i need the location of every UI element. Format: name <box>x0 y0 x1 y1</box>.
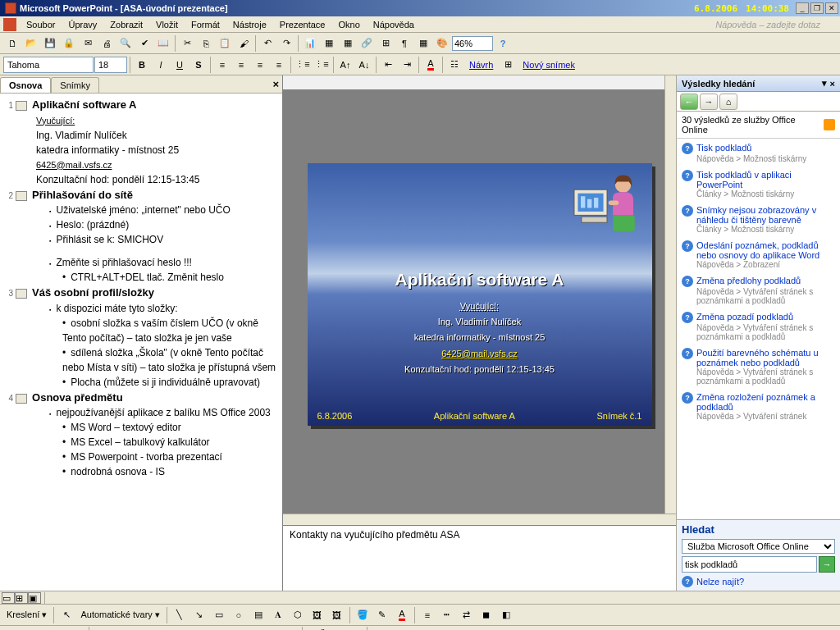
search-result-item[interactable]: ?Změna předlohy podkladůNápověda > Vytvá… <box>678 273 838 309</box>
outline-body-line[interactable]: Vyučující: <box>36 113 277 128</box>
increase-font-icon[interactable]: A↑ <box>336 56 354 74</box>
status-lang[interactable]: Čeština <box>303 627 367 631</box>
undo-icon[interactable]: ↶ <box>258 34 276 52</box>
copy-icon[interactable]: ⎘ <box>197 34 215 52</box>
new-slide-icon[interactable]: ⊞ <box>499 56 517 74</box>
grid-icon[interactable]: ▦ <box>414 34 432 52</box>
font-combo[interactable]: Tahoma <box>3 57 94 73</box>
clipart-icon[interactable]: 🖼 <box>308 606 326 624</box>
menu-upravy[interactable]: Úpravy <box>62 18 103 31</box>
help-icon[interactable]: ? <box>494 34 512 52</box>
vertical-scrollbar[interactable] <box>664 75 676 514</box>
spellcheck-icon[interactable]: ✔ <box>135 34 153 52</box>
zoom-combo[interactable]: 46% <box>452 36 493 51</box>
permission-icon[interactable]: 🔒 <box>60 34 78 52</box>
outline-slide-title[interactable]: 2 Přihlašování do sítě <box>5 187 277 203</box>
drawing-menu[interactable]: Kreslení ▾ <box>3 609 50 620</box>
close-pane-icon[interactable]: × <box>272 78 279 90</box>
search-scope-combo[interactable]: Služba Microsoft Office Online <box>682 539 835 554</box>
diagram-icon[interactable]: ⬡ <box>289 606 307 624</box>
outline-body-line[interactable]: Plocha (můžete si ji individuálně upravo… <box>62 375 277 390</box>
email-icon[interactable]: ✉ <box>79 34 97 52</box>
tables-borders-icon[interactable]: ▦ <box>339 34 357 52</box>
search-input[interactable] <box>682 556 817 573</box>
decrease-indent-icon[interactable]: ⇤ <box>379 56 397 74</box>
increase-indent-icon[interactable]: ⇥ <box>398 56 416 74</box>
restore-button[interactable]: ❐ <box>810 2 824 14</box>
design-link[interactable]: Návrh <box>464 60 498 70</box>
decrease-font-icon[interactable]: A↓ <box>355 56 373 74</box>
outline-body-line[interactable]: Změňte si přihlašovací heslo !!! <box>49 255 277 270</box>
search-results[interactable]: ?Tisk podkladůNápověda > Možnosti tiskár… <box>677 139 840 519</box>
align-center-icon[interactable]: ≡ <box>232 56 250 74</box>
print-icon[interactable]: 🖨 <box>98 34 116 52</box>
numbering-icon[interactable]: ⋮≡ <box>294 56 312 74</box>
outline-scroll-h[interactable] <box>44 592 838 604</box>
3d-style-icon[interactable]: ◧ <box>497 606 515 624</box>
font-color-icon[interactable]: A <box>422 56 440 74</box>
outline-slide-title[interactable]: 1 Aplikační software A <box>5 97 277 113</box>
arrow-icon[interactable]: ↘ <box>190 606 208 624</box>
search-result-item[interactable]: ?Odeslání poznámek, podkladů nebo osnovy… <box>678 238 838 273</box>
italic-icon[interactable]: I <box>152 56 170 74</box>
outline-body-line[interactable]: MS Excel – tabulkový kalkulátor <box>62 435 277 450</box>
table-icon[interactable]: ▦ <box>320 34 338 52</box>
slide-canvas[interactable]: Aplikační software A Vyučující: Ing. Vla… <box>308 163 652 426</box>
outline-body-line[interactable]: Ing. Vladimír Nulíček <box>36 128 277 143</box>
open-icon[interactable]: 📂 <box>22 34 40 52</box>
format-painter-icon[interactable]: 🖌 <box>235 34 253 52</box>
slideshow-view-icon[interactable]: ▣ <box>28 592 41 604</box>
outline-body-line[interactable]: CTRL+ALT+DEL tlač. Změnit heslo <box>62 270 277 285</box>
textbox-icon[interactable]: ▤ <box>249 606 267 624</box>
menu-nastroje[interactable]: Nástroje <box>226 18 273 31</box>
outline-body-line[interactable]: Konzultační hod: pondělí 12:15-13:45 <box>36 172 277 187</box>
outline-body-line[interactable]: nodrobná osnova - IS <box>62 464 277 479</box>
distribute-icon[interactable]: ≡ <box>270 56 288 74</box>
bold-icon[interactable]: B <box>133 56 151 74</box>
underline-icon[interactable]: U <box>171 56 189 74</box>
outline-body-line[interactable]: MS Powerpoint - tvorba prezentací <box>62 450 277 464</box>
normal-view-icon[interactable]: ▭ <box>2 592 15 604</box>
search-result-item[interactable]: ?Tisk podkladů v aplikaci PowerPointČlán… <box>678 167 838 203</box>
search-result-item[interactable]: ?Změna pozadí podkladůNápověda > Vytváře… <box>678 309 838 345</box>
outline-slide-title[interactable]: 4 Osnova předmětu <box>5 390 277 406</box>
search-result-item[interactable]: ?Změna rozložení poznámek a podkladůNápo… <box>678 390 838 425</box>
menu-vlozit[interactable]: Vložit <box>149 18 185 31</box>
task-dropdown-icon[interactable]: ▾ <box>822 78 827 89</box>
outline-slide-title[interactable]: 3 Váš osobní profil/složky <box>5 285 277 301</box>
line-color-icon[interactable]: ✎ <box>373 606 391 624</box>
chart-icon[interactable]: 📊 <box>301 34 319 52</box>
design-icon[interactable]: ☷ <box>445 56 463 74</box>
cut-icon[interactable]: ✂ <box>178 34 196 52</box>
align-right-icon[interactable]: ≡ <box>251 56 269 74</box>
oval-icon[interactable]: ○ <box>230 606 248 624</box>
sorter-view-icon[interactable]: ⊞ <box>15 592 28 604</box>
horizontal-scrollbar[interactable] <box>283 514 676 525</box>
menu-soubor[interactable]: Soubor <box>20 18 62 31</box>
nav-back-icon[interactable]: ← <box>680 94 698 110</box>
bullets-icon[interactable]: ⋮≡ <box>313 56 331 74</box>
doc-icon[interactable] <box>3 18 16 31</box>
autoshapes-menu[interactable]: Automatické tvary ▾ <box>77 609 162 620</box>
redo-icon[interactable]: ↷ <box>277 34 295 52</box>
dash-style-icon[interactable]: ┅ <box>438 606 456 624</box>
outline-body-line[interactable]: katedra informatiky - místnost 25 <box>36 143 277 158</box>
cannot-find-link[interactable]: ?Nelze najít? <box>682 576 835 587</box>
font-color-icon-2[interactable]: A <box>393 606 411 624</box>
outline-content[interactable]: 1 Aplikační software AVyučující:Ing. Vla… <box>0 94 282 591</box>
nav-forward-icon[interactable]: → <box>700 94 718 110</box>
outline-body-line[interactable]: nejpoužívanější aplikace z balíku MS Off… <box>49 405 277 420</box>
outline-body-line[interactable]: sdílená složka „Škola" (v okně Tento poč… <box>62 345 277 375</box>
line-icon[interactable]: ╲ <box>171 606 189 624</box>
arrow-style-icon[interactable]: ⇄ <box>458 606 476 624</box>
new-icon[interactable]: 🗋 <box>3 34 21 52</box>
search-result-item[interactable]: ?Použití barevného schématu u poznámek n… <box>678 345 838 390</box>
color-icon[interactable]: 🎨 <box>433 34 451 52</box>
align-left-icon[interactable]: ≡ <box>213 56 231 74</box>
outline-body-line[interactable]: MS Word – textový editor <box>62 420 277 435</box>
preview-icon[interactable]: 🔍 <box>116 34 135 52</box>
new-slide-link[interactable]: Nový snímek <box>518 60 580 70</box>
hyperlink-icon[interactable]: 🔗 <box>358 34 376 52</box>
tab-outline[interactable]: Osnova <box>0 77 51 93</box>
outline-body-line[interactable]: Přihlásit se k: SMICHOV <box>49 232 277 247</box>
